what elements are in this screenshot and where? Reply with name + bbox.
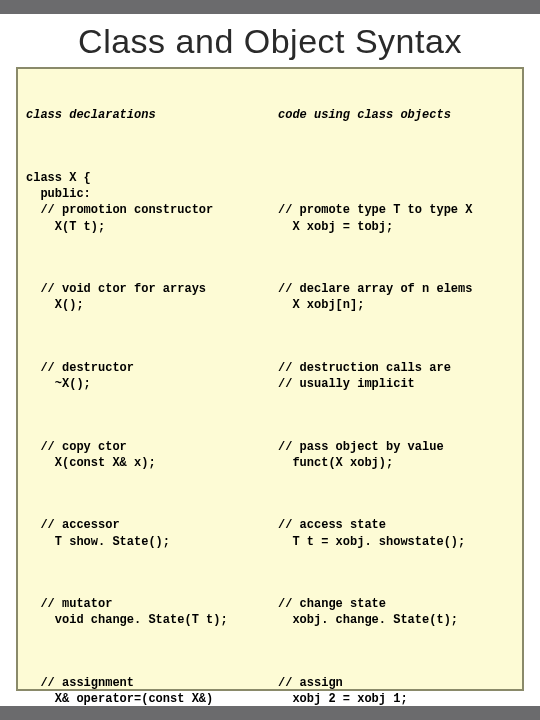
right-block-1: // declare array of n elems X xobj[n];	[278, 281, 514, 313]
page-title: Class and Object Syntax	[16, 22, 524, 61]
right-block-5: // change state xobj. change. State(t);	[278, 596, 514, 628]
slide: Class and Object Syntax class declaratio…	[0, 14, 540, 706]
right-block-6: // assign xobj 2 = xobj 1;	[278, 675, 514, 707]
left-block-5: // mutator void change. State(T t);	[26, 596, 262, 628]
left-block-6: // assignment X& operator=(const X&)	[26, 675, 262, 707]
topbar	[0, 0, 540, 14]
right-block-0: // promote type T to type X X xobj = tob…	[278, 170, 514, 235]
left-block-1: // void ctor for arrays X();	[26, 281, 262, 313]
right-column: code using class objects // promote type…	[270, 69, 522, 689]
left-block-3: // copy ctor X(const X& x);	[26, 439, 262, 471]
right-block-4: // access state T t = xobj. showstate();	[278, 517, 514, 549]
right-block-3: // pass object by value funct(X xobj);	[278, 439, 514, 471]
right-block-2: // destruction calls are // usually impl…	[278, 360, 514, 392]
left-block-2: // destructor ~X();	[26, 360, 262, 392]
right-header: code using class objects	[278, 107, 514, 123]
bottombar	[0, 706, 540, 720]
left-column: class declarations class X { public: // …	[18, 69, 270, 689]
left-block-4: // accessor T show. State();	[26, 517, 262, 549]
left-header: class declarations	[26, 107, 262, 123]
code-box: class declarations class X { public: // …	[16, 67, 524, 691]
left-block-0: class X { public: // promotion construct…	[26, 170, 262, 235]
